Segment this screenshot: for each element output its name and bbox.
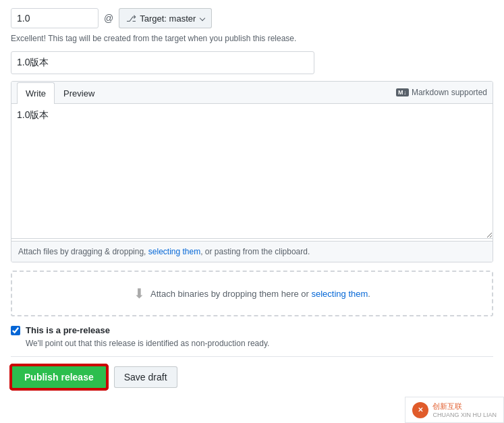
prerelease-description: We'll point out that this release is ide… (26, 338, 269, 349)
markdown-label: M↓ Markdown supported (396, 84, 487, 101)
tab-write[interactable]: Write (17, 82, 55, 104)
prerelease-text-block: This is a pre-release We'll point out th… (26, 325, 269, 349)
publish-release-button[interactable]: Publish release (11, 365, 107, 389)
prerelease-section: This is a pre-release We'll point out th… (11, 325, 493, 349)
branch-icon: ⎇ (126, 13, 136, 24)
editor-container: Write Preview M↓ Markdown supported 1.0版… (11, 81, 493, 262)
tabs-header: Write Preview M↓ Markdown supported (11, 82, 493, 104)
tab-preview[interactable]: Preview (55, 82, 103, 104)
target-button-label: Target: master (140, 13, 196, 24)
watermark: ✕ 创新互联 CHUANG XIN HU LIAN (405, 397, 504, 423)
binaries-select-link[interactable]: selecting them (312, 289, 368, 299)
binaries-dropzone: ⬇ Attach binaries by dropping them here … (11, 271, 493, 316)
watermark-logo: ✕ (412, 402, 428, 418)
watermark-text: 创新互联 CHUANG XIN HU LIAN (432, 401, 497, 418)
watermark-sub: CHUANG XIN HU LIAN (432, 412, 497, 418)
markdown-icon: M↓ (396, 88, 409, 96)
download-arrow-icon: ⬇ (134, 285, 145, 302)
target-button[interactable]: ⎇ Target: master (119, 8, 212, 28)
tag-input[interactable] (11, 8, 99, 28)
save-draft-button[interactable]: Save draft (114, 366, 177, 388)
at-sign: @ (104, 13, 113, 24)
info-text: Excellent! This tag will be created from… (11, 32, 493, 45)
attach-text-after: , or pasting from the clipboard. (200, 247, 310, 256)
markdown-supported-text: Markdown supported (412, 88, 487, 97)
binaries-text-before: Attach binaries by dropping them here or (150, 289, 311, 299)
chevron-down-icon (200, 16, 205, 21)
tabs-left: Write Preview (17, 82, 103, 103)
binaries-text: Attach binaries by dropping them here or… (150, 289, 370, 299)
watermark-brand: 创新互联 (432, 401, 497, 412)
prerelease-label: This is a pre-release (26, 325, 269, 337)
binaries-text-after: . (368, 289, 370, 299)
attach-files-bar: Attach files by dragging & dropping, sel… (11, 241, 493, 262)
page-container: @ ⎇ Target: master Excellent! This tag w… (0, 0, 504, 397)
attach-text-before: Attach files by dragging & dropping, (18, 247, 148, 256)
description-textarea[interactable]: 1.0版本 (11, 104, 493, 239)
prerelease-checkbox[interactable] (11, 326, 20, 335)
release-title-input[interactable] (11, 51, 314, 74)
actions-bar: Publish release Save draft (11, 356, 493, 397)
top-row: @ ⎇ Target: master (11, 8, 493, 28)
attach-files-link[interactable]: selecting them (148, 247, 200, 256)
